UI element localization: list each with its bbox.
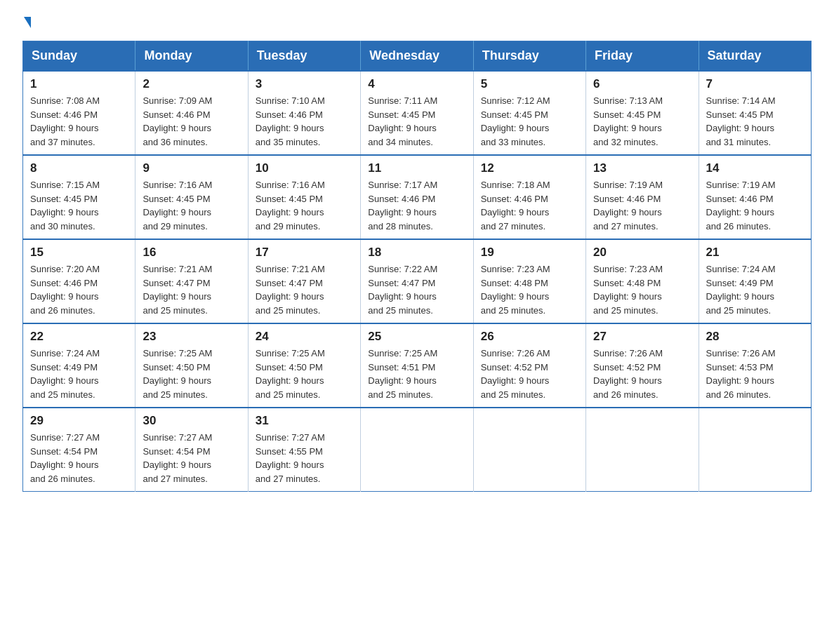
- calendar-cell: 2Sunrise: 7:09 AMSunset: 4:46 PMDaylight…: [135, 71, 248, 155]
- day-number: 17: [256, 246, 353, 260]
- day-info: Sunrise: 7:21 AMSunset: 4:47 PMDaylight:…: [256, 262, 353, 317]
- calendar-cell: 1Sunrise: 7:08 AMSunset: 4:46 PMDaylight…: [23, 71, 135, 155]
- calendar-cell: 30Sunrise: 7:27 AMSunset: 4:54 PMDayligh…: [135, 408, 248, 492]
- day-number: 31: [256, 414, 353, 428]
- day-info: Sunrise: 7:22 AMSunset: 4:47 PMDaylight:…: [368, 262, 465, 317]
- day-info: Sunrise: 7:26 AMSunset: 4:53 PMDaylight:…: [706, 347, 804, 401]
- day-header-monday: Monday: [135, 41, 248, 72]
- calendar-cell: 9Sunrise: 7:16 AMSunset: 4:45 PMDaylight…: [135, 155, 248, 239]
- day-number: 14: [706, 161, 804, 175]
- page-header: [22, 17, 812, 28]
- calendar-cell: 22Sunrise: 7:24 AMSunset: 4:49 PMDayligh…: [23, 323, 135, 408]
- day-info: Sunrise: 7:27 AMSunset: 4:54 PMDaylight:…: [143, 431, 240, 485]
- day-header-tuesday: Tuesday: [248, 41, 360, 72]
- day-number: 29: [30, 414, 128, 428]
- calendar-cell: 15Sunrise: 7:20 AMSunset: 4:46 PMDayligh…: [23, 239, 135, 323]
- calendar-cell: 7Sunrise: 7:14 AMSunset: 4:45 PMDaylight…: [699, 71, 811, 155]
- day-number: 18: [368, 246, 465, 260]
- day-info: Sunrise: 7:15 AMSunset: 4:45 PMDaylight:…: [30, 178, 128, 233]
- day-number: 16: [143, 246, 240, 260]
- calendar-week-row: 8Sunrise: 7:15 AMSunset: 4:45 PMDaylight…: [23, 155, 812, 239]
- day-number: 24: [256, 330, 353, 344]
- day-info: Sunrise: 7:08 AMSunset: 4:46 PMDaylight:…: [30, 94, 128, 149]
- calendar-table: SundayMondayTuesdayWednesdayThursdayFrid…: [22, 41, 812, 492]
- day-info: Sunrise: 7:11 AMSunset: 4:45 PMDaylight:…: [368, 94, 465, 149]
- calendar-cell: 13Sunrise: 7:19 AMSunset: 4:46 PMDayligh…: [586, 155, 699, 239]
- day-header-wednesday: Wednesday: [361, 41, 473, 72]
- day-info: Sunrise: 7:13 AMSunset: 4:45 PMDaylight:…: [593, 94, 691, 149]
- day-number: 22: [30, 330, 128, 344]
- day-number: 3: [256, 77, 353, 91]
- day-info: Sunrise: 7:16 AMSunset: 4:45 PMDaylight:…: [143, 178, 240, 233]
- day-info: Sunrise: 7:12 AMSunset: 4:45 PMDaylight:…: [481, 94, 578, 149]
- day-info: Sunrise: 7:27 AMSunset: 4:55 PMDaylight:…: [256, 431, 353, 485]
- day-header-sunday: Sunday: [23, 41, 135, 72]
- calendar-cell: 4Sunrise: 7:11 AMSunset: 4:45 PMDaylight…: [361, 71, 473, 155]
- day-number: 12: [481, 161, 578, 175]
- calendar-cell: 25Sunrise: 7:25 AMSunset: 4:51 PMDayligh…: [361, 323, 473, 408]
- day-number: 8: [30, 161, 128, 175]
- day-number: 9: [143, 161, 240, 175]
- calendar-cell: 12Sunrise: 7:18 AMSunset: 4:46 PMDayligh…: [473, 155, 585, 239]
- calendar-cell: 27Sunrise: 7:26 AMSunset: 4:52 PMDayligh…: [586, 323, 699, 408]
- day-number: 10: [256, 161, 353, 175]
- calendar-cell: 31Sunrise: 7:27 AMSunset: 4:55 PMDayligh…: [248, 408, 360, 492]
- day-number: 5: [481, 77, 578, 91]
- calendar-cell: 14Sunrise: 7:19 AMSunset: 4:46 PMDayligh…: [699, 155, 811, 239]
- logo-triangle-icon: [24, 17, 31, 28]
- day-info: Sunrise: 7:25 AMSunset: 4:50 PMDaylight:…: [143, 347, 240, 401]
- day-number: 4: [368, 77, 465, 91]
- day-info: Sunrise: 7:25 AMSunset: 4:50 PMDaylight:…: [256, 347, 353, 401]
- day-info: Sunrise: 7:26 AMSunset: 4:52 PMDaylight:…: [481, 347, 578, 401]
- day-number: 11: [368, 161, 465, 175]
- day-info: Sunrise: 7:23 AMSunset: 4:48 PMDaylight:…: [481, 262, 578, 317]
- days-header-row: SundayMondayTuesdayWednesdayThursdayFrid…: [23, 41, 812, 72]
- calendar-cell: 28Sunrise: 7:26 AMSunset: 4:53 PMDayligh…: [699, 323, 811, 408]
- day-number: 13: [593, 161, 691, 175]
- calendar-cell: 26Sunrise: 7:26 AMSunset: 4:52 PMDayligh…: [473, 323, 585, 408]
- calendar-cell: [473, 408, 585, 492]
- day-header-friday: Friday: [586, 41, 699, 72]
- calendar-cell: 19Sunrise: 7:23 AMSunset: 4:48 PMDayligh…: [473, 239, 585, 323]
- day-info: Sunrise: 7:27 AMSunset: 4:54 PMDaylight:…: [30, 431, 128, 485]
- logo: [22, 17, 31, 28]
- day-info: Sunrise: 7:23 AMSunset: 4:48 PMDaylight:…: [593, 262, 691, 317]
- day-number: 19: [481, 246, 578, 260]
- day-info: Sunrise: 7:25 AMSunset: 4:51 PMDaylight:…: [368, 347, 465, 401]
- calendar-cell: [699, 408, 811, 492]
- calendar-cell: 17Sunrise: 7:21 AMSunset: 4:47 PMDayligh…: [248, 239, 360, 323]
- day-number: 20: [593, 246, 691, 260]
- day-number: 26: [481, 330, 578, 344]
- calendar-cell: [586, 408, 699, 492]
- day-info: Sunrise: 7:19 AMSunset: 4:46 PMDaylight:…: [593, 178, 691, 233]
- day-number: 23: [143, 330, 240, 344]
- day-number: 28: [706, 330, 804, 344]
- day-number: 21: [706, 246, 804, 260]
- calendar-week-row: 15Sunrise: 7:20 AMSunset: 4:46 PMDayligh…: [23, 239, 812, 323]
- day-number: 15: [30, 246, 128, 260]
- calendar-week-row: 29Sunrise: 7:27 AMSunset: 4:54 PMDayligh…: [23, 408, 812, 492]
- day-info: Sunrise: 7:09 AMSunset: 4:46 PMDaylight:…: [143, 94, 240, 149]
- calendar-cell: 8Sunrise: 7:15 AMSunset: 4:45 PMDaylight…: [23, 155, 135, 239]
- calendar-cell: [361, 408, 473, 492]
- calendar-cell: 3Sunrise: 7:10 AMSunset: 4:46 PMDaylight…: [248, 71, 360, 155]
- day-info: Sunrise: 7:26 AMSunset: 4:52 PMDaylight:…: [593, 347, 691, 401]
- day-info: Sunrise: 7:10 AMSunset: 4:46 PMDaylight:…: [256, 94, 353, 149]
- calendar-week-row: 22Sunrise: 7:24 AMSunset: 4:49 PMDayligh…: [23, 323, 812, 408]
- calendar-cell: 24Sunrise: 7:25 AMSunset: 4:50 PMDayligh…: [248, 323, 360, 408]
- day-number: 2: [143, 77, 240, 91]
- day-number: 1: [30, 77, 128, 91]
- day-info: Sunrise: 7:24 AMSunset: 4:49 PMDaylight:…: [706, 262, 804, 317]
- day-number: 27: [593, 330, 691, 344]
- day-number: 30: [143, 414, 240, 428]
- day-info: Sunrise: 7:16 AMSunset: 4:45 PMDaylight:…: [256, 178, 353, 233]
- calendar-cell: 21Sunrise: 7:24 AMSunset: 4:49 PMDayligh…: [699, 239, 811, 323]
- day-info: Sunrise: 7:21 AMSunset: 4:47 PMDaylight:…: [143, 262, 240, 317]
- day-info: Sunrise: 7:17 AMSunset: 4:46 PMDaylight:…: [368, 178, 465, 233]
- day-number: 6: [593, 77, 691, 91]
- day-info: Sunrise: 7:19 AMSunset: 4:46 PMDaylight:…: [706, 178, 804, 233]
- day-number: 7: [706, 77, 804, 91]
- calendar-cell: 18Sunrise: 7:22 AMSunset: 4:47 PMDayligh…: [361, 239, 473, 323]
- calendar-cell: 6Sunrise: 7:13 AMSunset: 4:45 PMDaylight…: [586, 71, 699, 155]
- day-info: Sunrise: 7:24 AMSunset: 4:49 PMDaylight:…: [30, 347, 128, 401]
